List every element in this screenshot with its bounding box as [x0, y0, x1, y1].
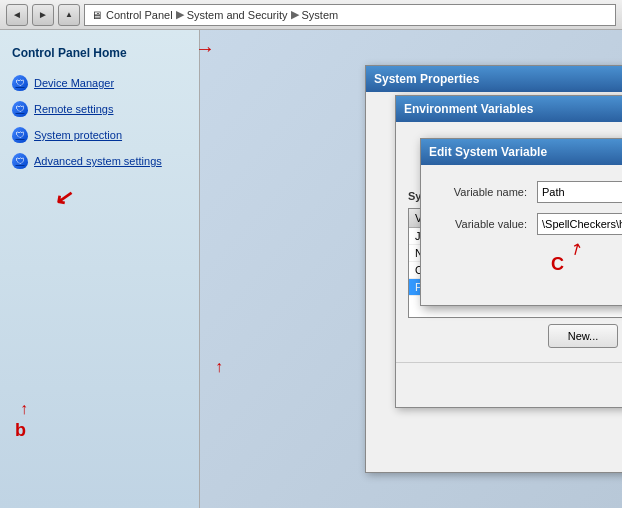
breadcrumb-path: 🖥 Control Panel ▶ System and Security ▶ …	[84, 4, 616, 26]
var-name-input[interactable]	[537, 181, 622, 203]
var-value-label: Variable value:	[437, 218, 537, 230]
var-value-row: Variable value:	[437, 213, 622, 235]
new-var-button[interactable]: New...	[548, 324, 618, 348]
system-props-titlebar: System Properties _ □ ✕	[366, 66, 622, 92]
env-ok-cancel: OK Cancel	[396, 362, 622, 407]
edit-var-content: Variable name: Variable value:	[421, 165, 622, 261]
env-vars-title: Environment Variables	[404, 102, 533, 116]
main-container: Control Panel Home 🛡 Device Manager 🛡 Re…	[0, 30, 622, 508]
shield-icon-4: 🛡	[12, 153, 28, 169]
edit-var-dialog: Edit System Variable ✕ Variable name: Va…	[420, 138, 622, 306]
address-bar: ◄ ► ▲ 🖥 Control Panel ▶ System and Secur…	[0, 0, 622, 30]
sidebar-item-advanced-system-settings[interactable]: 🛡 Advanced system settings	[0, 148, 199, 174]
annotation-arrow-left: ↙	[53, 184, 75, 213]
sidebar-label-advanced-system-settings: Advanced system settings	[34, 155, 162, 167]
edit-var-buttons: OK Cancel	[421, 261, 622, 305]
shield-icon-3: 🛡	[12, 127, 28, 143]
var-name-label: Variable name:	[437, 186, 537, 198]
var-value-input[interactable]	[537, 213, 622, 235]
back-button[interactable]: ◄	[6, 4, 28, 26]
shield-icon-1: 🛡	[12, 75, 28, 91]
sidebar-item-system-protection[interactable]: 🛡 System protection	[0, 122, 199, 148]
breadcrumb-icon: 🖥	[91, 9, 102, 21]
forward-button[interactable]: ►	[32, 4, 54, 26]
env-vars-titlebar: Environment Variables ✕	[396, 96, 622, 122]
edit-var-title: Edit System Variable	[429, 145, 547, 159]
breadcrumb-item-3[interactable]: System	[302, 9, 339, 21]
breadcrumb-item-2[interactable]: System and Security	[187, 9, 288, 21]
annotation-uparrow-table: ↑	[215, 358, 223, 376]
breadcrumb-item-1[interactable]: Control Panel	[106, 9, 173, 21]
sidebar-item-device-manager[interactable]: 🛡 Device Manager	[0, 70, 199, 96]
edit-var-titlebar: Edit System Variable ✕	[421, 139, 622, 165]
panel-title: Control Panel Home	[0, 40, 199, 70]
sidebar-item-remote-settings[interactable]: 🛡 Remote settings	[0, 96, 199, 122]
var-name-row: Variable name:	[437, 181, 622, 203]
system-props-title: System Properties	[374, 72, 479, 86]
shield-icon-2: 🛡	[12, 101, 28, 117]
up-button[interactable]: ▲	[58, 4, 80, 26]
sidebar-label-system-protection: System protection	[34, 129, 122, 141]
vars-buttons: New... Edit... Delete	[408, 318, 622, 354]
annotation-b: b	[15, 420, 26, 441]
annotation-uparrow-b: ↑	[20, 400, 28, 418]
sidebar-label-device-manager: Device Manager	[34, 77, 114, 89]
left-panel: Control Panel Home 🛡 Device Manager 🛡 Re…	[0, 30, 200, 508]
sidebar-label-remote-settings: Remote settings	[34, 103, 113, 115]
content-area: System Properties _ □ ✕ → Environment Va…	[200, 30, 622, 508]
